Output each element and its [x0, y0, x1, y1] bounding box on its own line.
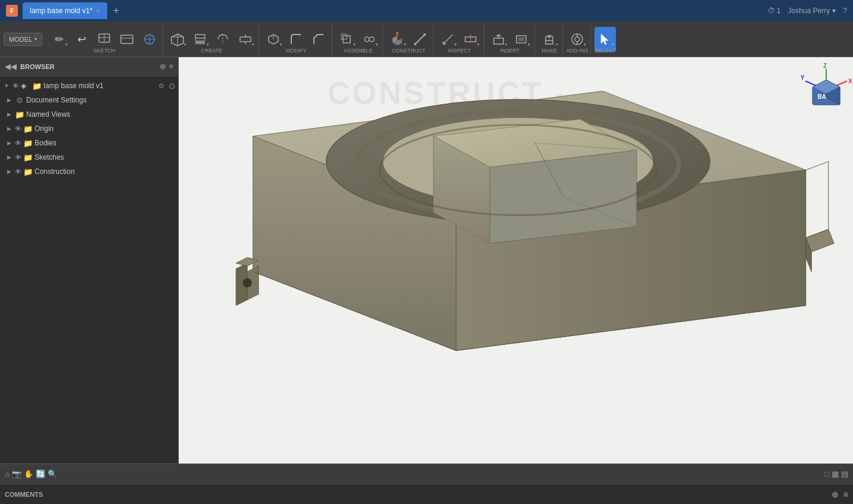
status-pan-icon[interactable]: ✋ [24, 469, 33, 478]
viewport[interactable]: CONSTRUCT - [179, 57, 853, 463]
help-button[interactable]: ? [843, 7, 847, 15]
sketch-grid-icon [143, 33, 156, 46]
svg-rect-21 [341, 34, 347, 39]
tree-folder-sketches: 📁 [23, 153, 33, 162]
tree-row-named-views[interactable]: ▶ 📁 Named Views [0, 107, 178, 122]
select-arrow-icon [598, 32, 612, 46]
model-3d-view [179, 57, 853, 463]
user-menu[interactable]: Joshua Perry ▾ [788, 7, 836, 15]
version-indicator[interactable]: ⏱ 1 [768, 7, 781, 15]
toolbar-group-construct: CONSTRUCT [384, 24, 434, 55]
status-display-mode-1[interactable]: □ [824, 469, 829, 478]
comments-panel-icon[interactable]: ≡ [843, 490, 848, 499]
svg-point-47 [575, 37, 580, 42]
model-selector[interactable]: MODEL ▾ [4, 33, 42, 46]
revolve-icon [216, 32, 230, 46]
active-tab[interactable]: lamp base mold v1* × [23, 2, 107, 19]
status-bar: ⌂ 📷 ✋ 🔄 🔍 □ ▦ ▤ [0, 463, 853, 484]
modify-press-pull-button[interactable] [263, 27, 284, 52]
tree-arrow-sketches: ▶ [5, 154, 13, 160]
tree-arrow-doc: ▶ [5, 97, 13, 103]
assemble-group-label: ASSEMBLE [344, 48, 373, 54]
tree-row-sketches[interactable]: ▶ 👁 📁 Sketches [0, 150, 178, 164]
tree-eye-origin[interactable]: 👁 [15, 125, 21, 132]
svg-rect-44 [546, 41, 553, 44]
tree-row-origin[interactable]: ▶ 👁 📁 Origin [0, 122, 178, 136]
collapse-icon[interactable]: ◀◀ [5, 62, 17, 71]
scripts-icon [570, 32, 584, 46]
sketch-palette-icon [120, 33, 133, 46]
3d-print-icon [542, 32, 556, 46]
status-display-mode-3[interactable]: ▤ [841, 469, 848, 478]
construct-group-label: CONSTRUCT [392, 48, 426, 54]
browser-add-icon[interactable]: ⊕ [160, 62, 166, 71]
tab-close-button[interactable]: × [96, 7, 99, 14]
toolbar-group-assemble: ASSEMBLE [334, 24, 383, 55]
tree-eye-construction[interactable]: 👁 [15, 168, 21, 175]
svg-point-45 [548, 36, 550, 38]
inspect-group-label: INSPECT [448, 48, 471, 54]
svg-text:Z: Z [823, 63, 827, 69]
browser-header: ◀◀ BROWSER ⊕ ≡ [0, 57, 178, 76]
create-box-button[interactable] [167, 27, 188, 52]
comments-add-icon[interactable]: ⊕ [832, 490, 839, 499]
tree-folder-construction: 📁 [23, 167, 33, 176]
undo-button[interactable]: ↩ [71, 27, 92, 52]
sidebar: ◀◀ BROWSER ⊕ ≡ ▼ 👁 ◈ 📁 lamp base mold v1… [0, 57, 179, 463]
measure-icon [441, 32, 455, 46]
svg-line-71 [806, 161, 829, 170]
tab-label: lamp base mold v1* [30, 7, 92, 15]
tree-row-bodies[interactable]: ▶ 👁 📁 Bodies [0, 136, 178, 150]
model-canvas: CONSTRUCT - [179, 57, 853, 463]
toolbar-group-create: CREATE [164, 24, 259, 55]
derive-icon [491, 32, 506, 46]
create-more-icon [238, 32, 253, 46]
addins-group-label: ADD-INS [566, 48, 589, 54]
svg-point-31 [414, 43, 416, 45]
fillet-icon [289, 32, 303, 46]
tree-row-document-settings[interactable]: ▶ ⚙ Document Settings [0, 93, 178, 107]
extrude-icon [193, 32, 207, 46]
sketch-grid-button[interactable] [139, 27, 160, 52]
tree-row-construction[interactable]: ▶ 👁 📁 Construction [0, 164, 178, 179]
undo-icon: ↩ [77, 34, 86, 45]
tree-eye-sketches[interactable]: 👁 [15, 154, 21, 161]
status-camera-icon[interactable]: 📷 [12, 469, 21, 478]
browser-panel-icon[interactable]: ≡ [169, 62, 173, 71]
status-orbit-icon[interactable]: 🔄 [36, 469, 45, 478]
tree-arrow-origin: ▶ [5, 126, 13, 132]
status-home-icon[interactable]: ⌂ [5, 469, 10, 478]
svg-text:X: X [848, 78, 852, 85]
sketch-group-label: SKETCH [94, 48, 116, 54]
browser-actions: ⊕ ≡ [160, 62, 173, 71]
construct-axis-icon [413, 32, 427, 46]
new-tab-button[interactable]: + [110, 5, 123, 17]
main-area: ◀◀ BROWSER ⊕ ≡ ▼ 👁 ◈ 📁 lamp base mold v1… [0, 57, 853, 463]
status-zoom-icon[interactable]: 🔍 [48, 469, 57, 478]
tree-gear-doc: ⚙ [15, 96, 24, 105]
tree-row-root[interactable]: ▼ 👁 ◈ 📁 lamp base mold v1 ⚙ ⊙ [0, 79, 178, 93]
tree-eye-bodies[interactable]: 👁 [15, 139, 21, 147]
tree-gear-root[interactable]: ⚙ [158, 82, 164, 90]
sketch-button[interactable]: ✏ [48, 27, 70, 52]
sketch-palette-button[interactable] [116, 27, 138, 52]
select-group-label: SELECT [595, 48, 616, 54]
tree-label-bodies: Bodies [35, 139, 57, 147]
modify-chamfer-button[interactable] [308, 27, 329, 52]
tree-label-named: Named Views [26, 110, 70, 119]
navigation-cube[interactable]: X Y Z BACK [799, 63, 847, 111]
finish-sketch-icon [98, 33, 111, 46]
toolbar-group-select: SELECT [592, 24, 618, 55]
tree-options-root[interactable]: ⊙ [169, 81, 176, 91]
create-more-button[interactable] [235, 27, 256, 52]
tree-label-origin: Origin [35, 125, 54, 133]
joint-icon [362, 32, 376, 46]
svg-rect-11 [195, 41, 205, 44]
tree-eye-root[interactable]: 👁 [13, 82, 19, 89]
make-group-label: MAKE [541, 48, 557, 54]
svg-rect-12 [195, 35, 205, 38]
tree-label-doc: Document Settings [26, 96, 86, 104]
tree-label-root: lamp base mold v1 [43, 82, 104, 90]
status-display-mode-2[interactable]: ▦ [832, 469, 839, 478]
comments-title: COMMENTS [5, 491, 827, 498]
